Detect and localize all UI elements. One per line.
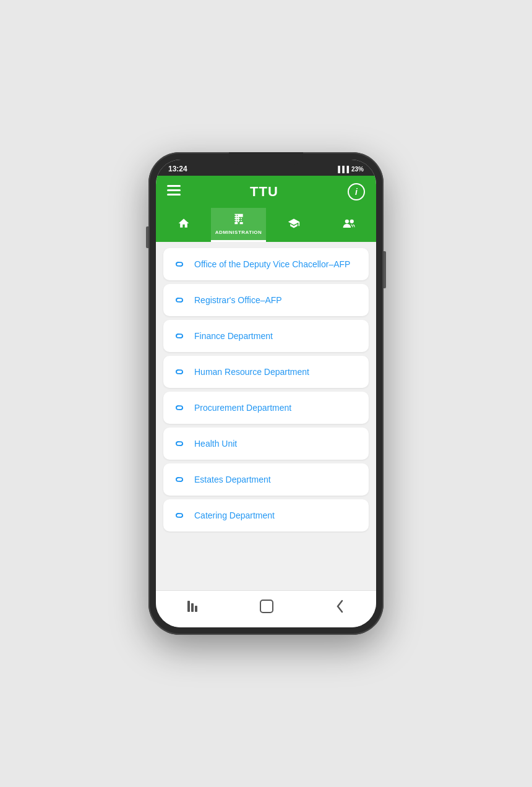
- list-item[interactable]: Office of the Deputy Vice Chacellor–AFP: [163, 248, 369, 280]
- svg-rect-1: [167, 189, 181, 191]
- item-label-5: Procurement Department: [194, 403, 291, 413]
- item-label-2: Registrar's Office–AFP: [194, 295, 282, 305]
- phone-screen: 13:24 ▐▐▐ 23% TTU i: [156, 160, 376, 627]
- recents-button[interactable]: [175, 598, 210, 617]
- home-button[interactable]: [247, 597, 286, 619]
- svg-rect-8: [260, 600, 273, 613]
- status-right: ▐▐▐ 23%: [336, 166, 364, 173]
- link-icon-2: [173, 296, 186, 304]
- app-header: TTU i: [156, 176, 376, 208]
- graduation-icon: [288, 217, 300, 233]
- list-item[interactable]: Estates Department: [163, 463, 369, 496]
- link-icon-6: [173, 439, 186, 448]
- svg-rect-5: [187, 601, 190, 612]
- bottom-nav: [156, 590, 376, 627]
- link-icon-7: [173, 475, 186, 484]
- list-item[interactable]: Registrar's Office–AFP: [163, 284, 369, 316]
- tab-administration[interactable]: ADMINISTRATION: [211, 208, 266, 242]
- hamburger-icon[interactable]: [167, 185, 181, 199]
- list-item[interactable]: Finance Department: [163, 320, 369, 352]
- link-icon-5: [173, 403, 186, 412]
- tab-bar: ADMINISTRATION: [156, 208, 376, 242]
- tab-people[interactable]: [321, 212, 376, 238]
- app-title: TTU: [250, 184, 278, 200]
- info-icon[interactable]: i: [348, 183, 365, 200]
- tab-administration-label: ADMINISTRATION: [215, 230, 262, 235]
- tab-academics[interactable]: [266, 212, 321, 238]
- link-icon-8: [173, 511, 186, 520]
- list-item[interactable]: Catering Department: [163, 499, 369, 531]
- item-label-8: Catering Department: [194, 510, 275, 520]
- list-item[interactable]: Health Unit: [163, 428, 369, 460]
- people-icon: [342, 217, 356, 233]
- link-icon-1: [173, 260, 186, 269]
- notch: [229, 152, 303, 165]
- item-label-4: Human Resource Department: [194, 367, 309, 377]
- item-label-3: Finance Department: [194, 331, 273, 341]
- svg-point-4: [350, 220, 353, 223]
- list-item[interactable]: Human Resource Department: [163, 356, 369, 388]
- phone-frame: 13:24 ▐▐▐ 23% TTU i: [148, 152, 384, 635]
- back-button[interactable]: [324, 597, 357, 619]
- svg-rect-2: [167, 194, 181, 196]
- item-label-7: Estates Department: [194, 475, 271, 484]
- content-area: Office of the Deputy Vice Chacellor–AFP …: [156, 242, 376, 590]
- svg-point-3: [345, 220, 348, 223]
- link-icon-4: [173, 368, 186, 376]
- home-icon: [178, 217, 190, 233]
- item-label-6: Health Unit: [194, 439, 237, 449]
- item-label-1: Office of the Deputy Vice Chacellor–AFP: [194, 259, 350, 269]
- link-icon-3: [173, 332, 186, 340]
- battery-text: 23%: [351, 166, 364, 173]
- svg-rect-0: [167, 185, 181, 187]
- status-time: 13:24: [168, 165, 187, 173]
- building-icon: [233, 213, 245, 228]
- tab-home[interactable]: [156, 212, 211, 238]
- svg-rect-7: [195, 606, 197, 612]
- list-item[interactable]: Procurement Department: [163, 392, 369, 424]
- svg-rect-6: [191, 603, 194, 612]
- signal-icon: ▐▐▐: [336, 166, 349, 173]
